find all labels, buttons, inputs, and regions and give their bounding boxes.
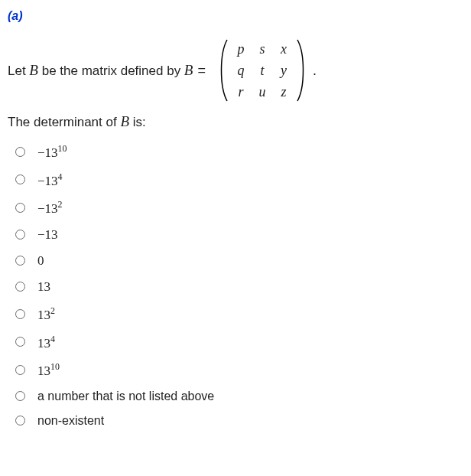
question-prompt: The determinant of B is: — [8, 113, 463, 130]
radio-icon — [15, 174, 25, 184]
option-5[interactable]: 0 — [8, 248, 463, 274]
option-10[interactable]: a number that is not listed above — [8, 384, 463, 409]
option-3[interactable]: −132 — [8, 194, 463, 222]
radio-icon — [15, 309, 25, 319]
radio-icon — [15, 391, 25, 401]
left-paren-icon — [216, 38, 230, 103]
option-label: −1310 — [37, 143, 67, 161]
opt-exp: 10 — [58, 143, 67, 154]
stem-period: . — [313, 63, 317, 79]
option-8[interactable]: 134 — [8, 328, 463, 357]
q2-tail: is: — [129, 115, 146, 129]
option-label: −134 — [37, 171, 63, 189]
option-1[interactable]: −1310 — [8, 138, 463, 166]
radio-icon — [15, 256, 25, 266]
option-label: −132 — [37, 199, 63, 217]
opt-base: −13 — [37, 201, 58, 216]
stem-text: Let B be the matrix defined by B= — [8, 62, 210, 79]
matrix-cell: s — [259, 41, 265, 57]
equals-sign: = — [197, 63, 206, 78]
matrix-cell: x — [281, 41, 287, 57]
radio-icon — [15, 365, 25, 375]
opt-base: 13 — [37, 335, 50, 350]
radio-icon — [15, 282, 25, 292]
matrix: p s x q t y r u z — [216, 38, 308, 103]
matrix-cell: u — [258, 84, 265, 100]
radio-icon — [15, 203, 25, 213]
matrix-cell: p — [237, 41, 244, 57]
radio-icon — [15, 337, 25, 347]
stem-lead: Let — [8, 64, 29, 78]
matrix-cell: q — [237, 63, 244, 79]
q2-lead: The determinant of — [8, 115, 120, 129]
opt-exp: 10 — [50, 361, 60, 372]
matrix-cell: t — [260, 63, 264, 79]
opt-base: 13 — [37, 364, 50, 378]
radio-icon — [15, 230, 25, 240]
option-label: non-existent — [37, 414, 104, 428]
stem-mid: be the matrix defined by — [38, 64, 184, 78]
option-11[interactable]: non-existent — [8, 409, 463, 433]
part-label: (a) — [8, 9, 463, 23]
option-4[interactable]: −13 — [8, 222, 463, 248]
opt-exp: 4 — [50, 334, 55, 344]
option-2[interactable]: −134 — [8, 166, 463, 194]
matrix-cell: r — [238, 84, 243, 100]
option-label: 1310 — [37, 361, 60, 379]
option-label: 132 — [37, 305, 55, 323]
option-6[interactable]: 13 — [8, 274, 463, 300]
q2-var-b: B — [120, 113, 129, 129]
option-label: a number that is not listed above — [37, 390, 214, 403]
matrix-cell: y — [281, 63, 287, 79]
var-b-1: B — [29, 62, 38, 78]
right-paren-icon — [294, 38, 308, 103]
opt-base: −13 — [37, 173, 58, 187]
opt-exp: 2 — [58, 199, 63, 210]
opt-exp: 2 — [50, 305, 55, 316]
question-stem: Let B be the matrix defined by B= p s x … — [8, 38, 463, 103]
option-label: −13 — [37, 227, 58, 243]
radio-icon — [15, 416, 25, 425]
opt-exp: 4 — [58, 171, 63, 182]
opt-base: −13 — [37, 145, 58, 160]
option-9[interactable]: 1310 — [8, 356, 463, 384]
var-b-2: B — [184, 62, 193, 78]
options-list: −1310 −134 −132 −13 0 13 132 134 1310 a … — [8, 138, 463, 433]
matrix-cell: z — [281, 84, 286, 100]
opt-base: 13 — [37, 308, 50, 322]
option-label: 134 — [37, 334, 55, 351]
radio-icon — [15, 147, 25, 157]
option-7[interactable]: 132 — [8, 300, 463, 328]
option-label: 0 — [37, 253, 44, 269]
option-label: 13 — [37, 279, 50, 295]
